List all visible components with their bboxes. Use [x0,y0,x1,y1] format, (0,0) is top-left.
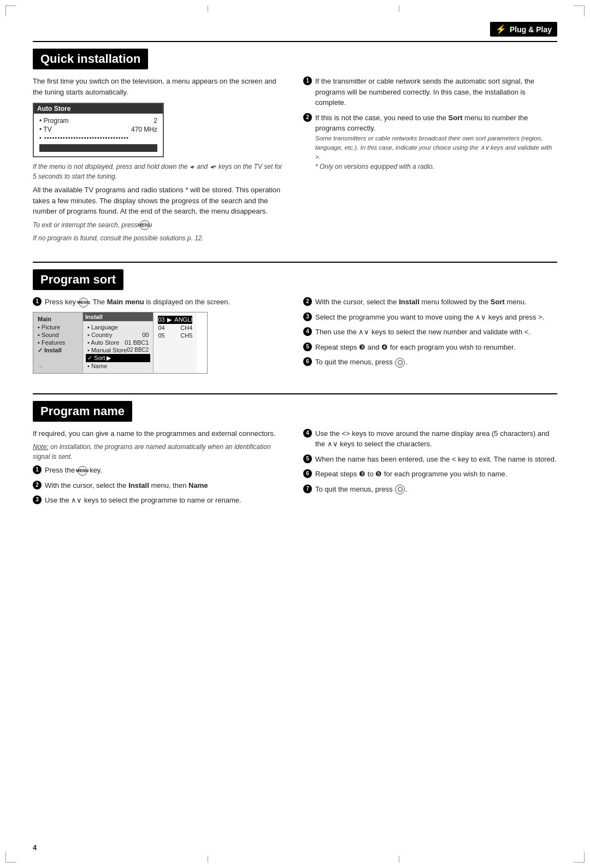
main-menu-bold: Main menu [107,298,144,306]
sort-item-1: 1 Press key MENU. The Main menu is displ… [33,297,287,308]
sort-item6-text: To quit the menus, press ◯. [315,357,408,368]
program-sort-title: Program sort [33,269,123,290]
quick-install-right: 1 If the transmitter or cable network se… [303,76,557,246]
prog-space-4 [170,324,175,331]
name-item-6: 6 Repeat steps ❸ to ❺ for each programme… [303,469,557,480]
menu-programs-panel: 03▶ANGLI 04 CH4 05 CH5 [153,312,197,373]
sort-bold-2: Sort [491,298,505,306]
program-sort-list-right: 2 With the cursor, select the Install me… [303,297,557,368]
name-bold: Name [188,481,208,489]
tick-mark-bottom-2 [399,856,399,863]
name-item3-text: Use the ∧∨ keys to select the programme … [45,495,241,506]
program-name-note: Note: on installation, the programs are … [33,442,287,462]
caption-text: If the menu is not displayed, press and … [33,163,282,180]
sort-item3-text: Select the programme you want to move us… [315,312,544,323]
corner-mark-bl [5,852,16,863]
name-item-5: 5 When the name has been entered, use th… [303,454,557,465]
sort-item1-text: Press key MENU. The Main menu is display… [45,297,230,308]
auto-store-tv-label: • TV [39,126,52,133]
section-divider-name [33,393,557,394]
corner-mark-tl [5,5,16,16]
prog-item-ch4: 04 CH4 [158,324,192,332]
num-circle-1: 1 [303,76,312,85]
install-name: • Name [87,362,149,370]
exit-note: To exit or interrupt the search, press M… [33,221,152,229]
plug-icon: ⚡ [495,24,506,34]
prog-num-4: 04 [158,324,164,331]
num-circle-2: 2 [303,113,312,122]
corner-mark-br [574,852,585,863]
menu-install-panel: Install • Language • Country 00 • Auto S… [82,312,153,373]
sort-num-1: 1 [33,297,42,306]
menu-key-inline: MENU [140,220,150,230]
name-num-7: 7 [303,485,312,493]
item2-text: If this is not the case, you need to use… [315,113,557,134]
prog-space-5 [170,332,175,339]
sort-num-3: 3 [303,312,312,321]
manual-val: 02 BBC2 [127,347,149,353]
plug-play-badge: ⚡ Plug & Play [490,22,557,37]
autostore-val: 01 BBC1 [125,339,149,346]
sort-num-6: 6 [303,357,312,366]
name-item5-text: When the name has been entered, use the … [315,454,557,465]
asterisk-note: * Only on versions equipped with a radio… [315,162,557,172]
program-sort-right: 2 With the cursor, select the Install me… [303,297,557,378]
quick-install-italic2: If no program is found, consult the poss… [33,233,287,243]
sort-num-5: 5 [303,343,312,351]
auto-store-tv-value: 470 MHz [131,126,157,133]
menu-item-picture: • Picture [38,323,78,331]
install-manualstore: • Manual Store 02 BBC2 [87,346,149,354]
page-number: 4 [33,843,37,852]
name-item2-text: With the cursor, select the Install menu… [45,480,208,491]
section-divider-sort [33,262,557,263]
no-program-note: If no program is found, consult the poss… [33,234,204,242]
menu-item-install: ✓ Install [38,346,78,355]
quick-install-title: Quick installation [33,49,148,69]
install-panel-header: Install [83,312,153,321]
sort-item-6: 6 To quit the menus, press ◯. [303,357,557,368]
quick-install-item-1: 1 If the transmitter or cable network se… [303,76,557,108]
quick-install-content: The first time you switch on the televis… [33,76,557,246]
auto-store-dots: • •••••••••••••••••••••••••••••••• [39,134,129,141]
auto-store-program-value: 2 [154,117,157,125]
install-language: • Language [87,323,149,331]
install-country: • Country 00 [87,331,149,339]
name-item-3: 3 Use the ∧∨ keys to select the programm… [33,495,287,506]
note-underline: Note: [33,443,49,451]
menu-key-name1: MENU [78,466,87,476]
auto-store-tv-row: • TV 470 MHz [39,126,157,133]
program-sort-section: Program sort 1 Press key MENU. The Main … [33,262,557,378]
name-num-6: 6 [303,469,312,478]
plug-play-label: Plug & Play [510,25,552,34]
prog-num-3: 03 [158,316,164,323]
menu-arrow-indicator: → [38,363,78,369]
auto-store-dots-row: • •••••••••••••••••••••••••••••••• [39,134,157,141]
program-name-title: Program name [33,401,132,422]
sort-bold: Sort [449,114,463,122]
name-item4-text: Use the <> keys to move around the name … [315,428,557,450]
install-sort-selected: ✓ Sort ▶ [86,354,150,362]
menu-item-features: • Features [38,339,78,346]
quick-install-num-list: 1 If the transmitter or cable network se… [303,76,557,172]
menu-key-quit-name: ◯ [395,485,405,494]
quick-install-section: Quick installation The first time you sw… [33,41,557,246]
program-name-list-left: 1 Press the MENU key. 2 With the cursor,… [33,465,287,506]
name-item-2: 2 With the cursor, select the Install me… [33,480,287,491]
menu-key-quit-sort: ◯ [395,358,405,368]
sort-item2-text: With the cursor, select the Install menu… [315,297,527,308]
name-item-1: 1 Press the MENU key. [33,465,287,476]
program-name-section: Program name If required, you can give a… [33,393,557,510]
item2-italic: Some transmitters or cable networks broa… [315,134,557,162]
sort-item5-text: Repeat steps ❸ and ❹ for each program yo… [315,342,516,353]
install-autostore: • Auto Store 01 BBC1 [87,339,149,346]
item2-content: If this is not the case, you need to use… [315,113,557,172]
sort-item-5: 5 Repeat steps ❸ and ❹ for each program … [303,342,557,353]
sort-menu-screenshot: Main • Picture • Sound • Features ✓ Inst… [33,312,208,374]
sort-item4-text: Then use the ∧∨ keys to select the new n… [315,327,530,338]
sort-num-4: 4 [303,327,312,336]
item1-text: If the transmitter or cable network send… [315,76,557,108]
quick-install-intro: The first time you switch on the televis… [33,76,287,97]
name-item-4: 4 Use the <> keys to move around the nam… [303,428,557,450]
plug-play-header: ⚡ Plug & Play [33,22,557,37]
name-item6-text: Repeat steps ❸ to ❺ for each programme y… [315,469,507,480]
